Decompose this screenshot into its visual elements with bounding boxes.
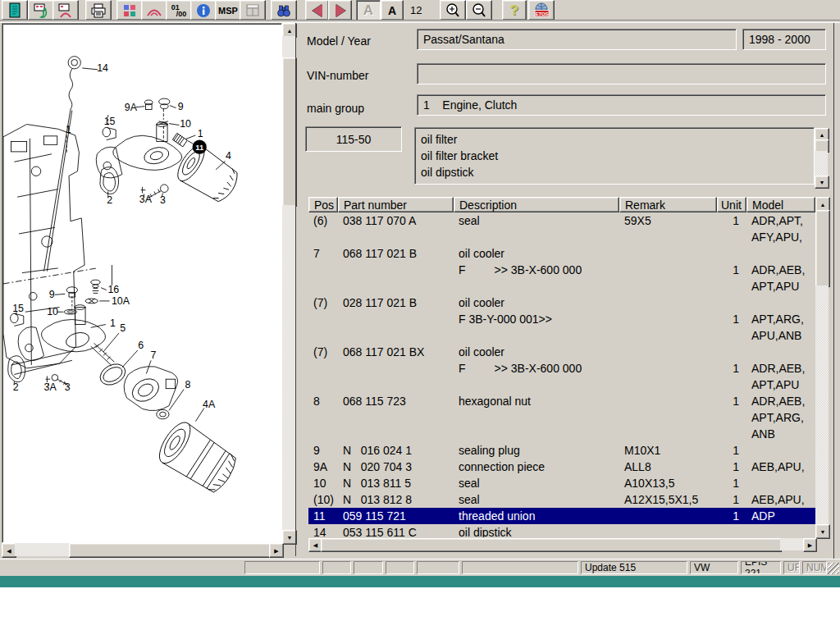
layout-button[interactable]: [240, 0, 266, 21]
new-document-button[interactable]: [2, 0, 28, 21]
cell-model: ADR,AEB,APT,APU: [746, 245, 815, 294]
table-row[interactable]: (10)N 013 812 8sealA12X15,5X1,51AEB,APU,: [308, 491, 815, 508]
diagram-part-label[interactable]: 16: [107, 284, 119, 295]
diagram-part-label[interactable]: 3: [160, 194, 166, 206]
diagram-part-label[interactable]: 5: [120, 322, 126, 334]
msp-button[interactable]: MSP: [215, 0, 241, 21]
scroll-down-icon[interactable]: ▼: [815, 524, 830, 539]
cell-pos: 14: [308, 524, 338, 537]
font-larger-button[interactable]: A: [356, 0, 381, 21]
resize-grip[interactable]: [828, 563, 839, 574]
cell-part: N 013 811 5: [338, 475, 454, 491]
year-range-field[interactable]: 1998 - 2000: [742, 29, 826, 50]
diagram-horizontal-scrollbar[interactable]: ◀ ▶: [2, 543, 282, 556]
cell-unit: 1: [717, 245, 746, 294]
diagram-part-label[interactable]: 9: [178, 101, 184, 112]
cell-unit: 1: [717, 393, 746, 442]
search-button[interactable]: [271, 0, 297, 21]
table-row[interactable]: 14053 115 611 Coil dipstick: [308, 524, 815, 537]
font-smaller-button[interactable]: A: [381, 0, 404, 21]
table-row[interactable]: 8068 115 723hexagonal nut1ADR,AEB,APT,AR…: [308, 393, 815, 442]
scrollbar-thumb[interactable]: [815, 210, 830, 287]
diagram-part-label[interactable]: 10A: [112, 295, 130, 307]
diagram-part-label[interactable]: 6: [138, 340, 144, 351]
vin-field[interactable]: [417, 63, 826, 84]
parts-table[interactable]: (6)038 117 070 Aseal59X51ADR,APT,AFY,APU…: [308, 212, 815, 537]
diagram-part-label[interactable]: 3A: [44, 381, 57, 393]
cell-part: 068 115 723: [338, 393, 454, 442]
zoom-in-button[interactable]: [440, 0, 466, 21]
subgroup-list[interactable]: oil filteroil filter bracketoil dipstick: [414, 127, 815, 185]
table-row[interactable]: 9AN 020 704 3connection pieceALL81AEB,AP…: [308, 459, 815, 475]
table-row[interactable]: 9N 016 024 1sealing plugM10X11: [308, 442, 815, 459]
diagram-part-label[interactable]: 1: [110, 317, 116, 329]
subgroup-list-item[interactable]: oil filter: [421, 131, 814, 148]
diagram-part-label[interactable]: 15: [104, 116, 116, 127]
highlighted-part-badge-label: 11: [195, 143, 204, 152]
scroll-right-icon[interactable]: ▶: [269, 543, 284, 558]
column-header-part[interactable]: Part number: [338, 197, 454, 212]
diagram-part-label[interactable]: 4: [226, 150, 231, 162]
window-person-icon: [33, 2, 49, 19]
diagram-part-label[interactable]: 1: [66, 124, 71, 135]
diagram-canvas[interactable]: 149A9151011423A391610A1015156723A384A11: [2, 23, 282, 543]
subgroup-list-item[interactable]: oil dipstick: [421, 164, 814, 180]
scrollbar-thumb[interactable]: [321, 538, 782, 552]
subgroup-code-field[interactable]: 115-50: [305, 126, 402, 152]
group-select-button[interactable]: [52, 0, 79, 21]
diagram-part-label[interactable]: 2: [13, 381, 19, 393]
table-row[interactable]: 11059 115 721threaded union1ADP: [308, 508, 815, 524]
desktop-background: [0, 576, 840, 587]
table-vertical-scrollbar[interactable]: ▲ ▼: [815, 197, 829, 537]
main-group-field[interactable]: 1 Engine, Clutch: [417, 94, 826, 116]
table-row[interactable]: (6)038 117 070 Aseal59X51ADR,APT,AFY,APU…: [308, 212, 815, 245]
scroll-right-icon[interactable]: ▶: [803, 538, 817, 552]
cell-pos: 9: [308, 442, 338, 459]
table-row[interactable]: (7)028 117 021 Boil coolerF 3B-Y-000 001…: [308, 294, 815, 344]
scrollbar-thumb[interactable]: [69, 543, 271, 558]
scroll-down-icon[interactable]: ▼: [815, 176, 829, 189]
diagram-part-label[interactable]: 2: [107, 194, 112, 206]
column-header-model[interactable]: Model: [746, 197, 815, 212]
table-row[interactable]: 10N 013 811 5sealA10X13,51: [308, 475, 815, 491]
diagram-part-label[interactable]: 7: [151, 349, 157, 361]
table-row[interactable]: 7068 117 021 Boil coolerF >> 3B-X-600 00…: [308, 245, 815, 294]
forward-button[interactable]: [328, 0, 352, 21]
diagram-part-label[interactable]: 10: [47, 306, 58, 317]
column-header-pos[interactable]: Pos: [308, 197, 338, 212]
diagram-part-label[interactable]: 9A: [125, 102, 138, 113]
column-header-remark[interactable]: Remark: [619, 197, 717, 212]
diagram-vertical-scrollbar[interactable]: ▲ ▼: [282, 23, 295, 543]
column-header-desc[interactable]: Description: [454, 197, 619, 212]
diagram-part-label[interactable]: 14: [97, 62, 108, 74]
etos-button[interactable]: ETOS: [528, 0, 555, 21]
ratio-view-button[interactable]: 01 /00: [166, 0, 192, 21]
window-bridge-icon: [57, 2, 74, 19]
diagram-part-label[interactable]: 1: [198, 128, 203, 139]
parts-diagram: 149A9151011423A391610A1015156723A384A11: [3, 25, 269, 541]
diagram-part-label[interactable]: 8: [185, 379, 190, 390]
column-header-unit[interactable]: Unit: [717, 197, 746, 212]
help-button[interactable]: ?: [502, 0, 527, 21]
table-row[interactable]: (7)068 117 021 BXoil coolerF >> 3B-X-600…: [308, 344, 815, 393]
diagram-part-label[interactable]: 15: [12, 303, 24, 314]
color-legend-button[interactable]: [116, 0, 143, 21]
info-button[interactable]: [190, 0, 217, 21]
back-icon: [313, 4, 322, 17]
diagram-part-label[interactable]: 4A: [203, 399, 216, 410]
panel-divider: [295, 23, 296, 556]
diagram-part-label[interactable]: 10: [180, 118, 191, 130]
model-select-button[interactable]: [28, 0, 54, 21]
back-button[interactable]: [305, 0, 329, 21]
diagram-part-label[interactable]: 3A: [139, 194, 153, 205]
diagram-part-label[interactable]: 3: [65, 381, 71, 393]
subgroup-list-item[interactable]: oil filter bracket: [421, 148, 814, 164]
model-year-field[interactable]: Passat/Santana: [417, 29, 737, 50]
print-button[interactable]: [85, 0, 112, 21]
subgroup-scrollbar[interactable]: ▲ ▼: [815, 128, 828, 187]
diagram-part-label[interactable]: 9: [49, 289, 55, 300]
zoom-out-button[interactable]: [466, 0, 492, 21]
table-horizontal-scrollbar[interactable]: ◀ ▶: [308, 538, 815, 550]
cell-unit: 1: [717, 294, 746, 344]
bridge-view-button[interactable]: [141, 0, 167, 21]
